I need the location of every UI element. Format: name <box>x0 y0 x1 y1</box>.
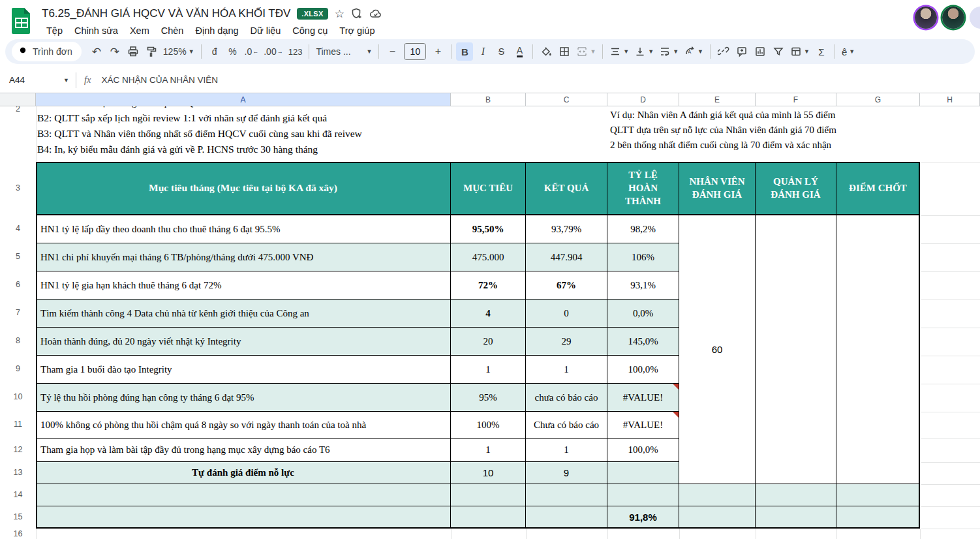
cell-B5[interactable]: 475.000 <box>451 243 526 271</box>
cell-A8[interactable]: Hoàn thành đúng, đủ 20 ngày viết nhật ký… <box>36 328 451 356</box>
font-size-input[interactable]: 10 <box>404 43 426 60</box>
header-cell-F3[interactable]: QUẢN LÝ ĐÁNH GIÁ <box>756 162 836 215</box>
column-header-C[interactable]: C <box>526 93 607 106</box>
cell-B13[interactable]: 10 <box>451 462 526 484</box>
number-format-button[interactable]: 123 <box>286 42 305 61</box>
document-title[interactable]: T6.25_ĐÁNH GIÁ HQCV VÀ VĂN HÓA KHỐI TĐV <box>42 7 290 20</box>
cell-C9[interactable]: 1 <box>526 356 607 384</box>
cell-A14[interactable] <box>36 484 451 506</box>
avatar[interactable] <box>942 7 964 29</box>
cell-A6[interactable]: HN1 tỷ lệ gia hạn khách thuê tháng 6 đạt… <box>36 271 451 300</box>
cell-A12[interactable]: Tham gia họp và làm bài tập đầy đủ trong… <box>36 439 451 462</box>
redo-button[interactable]: ↷ <box>106 42 123 61</box>
cell-A13[interactable]: Tự đánh giá điểm nỗ lực <box>36 462 451 484</box>
undo-button[interactable]: ↶ <box>88 42 105 61</box>
header-cell-C3[interactable]: KẾT QUẢ <box>526 162 607 215</box>
create-filter-button[interactable] <box>770 42 787 61</box>
cell-C4[interactable]: 93,79% <box>526 215 607 243</box>
cell-C7[interactable]: 0 <box>526 300 607 328</box>
menu-item-chèn[interactable]: Chèn <box>157 24 189 37</box>
cell-C15[interactable] <box>526 506 607 529</box>
menu-item-xem[interactable]: Xem <box>125 24 154 37</box>
horizontal-align-button[interactable]: ▼ <box>607 42 631 61</box>
text-color-button[interactable]: A <box>511 42 528 61</box>
cell-E15[interactable] <box>679 506 756 529</box>
row-number-6[interactable]: 6 <box>0 280 36 289</box>
row-number-14[interactable]: 14 <box>0 490 36 499</box>
row-number-16[interactable]: 16 <box>0 529 36 538</box>
menus-search-button[interactable]: Trình đơn <box>12 42 82 61</box>
merged-cell-E4-E13[interactable]: 60 <box>679 215 756 484</box>
cell-D11[interactable]: #VALUE! <box>607 412 679 439</box>
row-number-15[interactable]: 15 <box>0 512 36 521</box>
cell-F15[interactable] <box>756 506 836 529</box>
cell-D12[interactable]: 100,0% <box>607 439 679 462</box>
cell-C12[interactable]: 1 <box>526 439 607 462</box>
cell-B15[interactable] <box>451 506 526 529</box>
menu-item-chỉnh-sửa[interactable]: Chỉnh sửa <box>70 24 123 37</box>
cell-D10[interactable]: #VALUE! <box>607 384 679 412</box>
percent-format-button[interactable]: % <box>224 42 241 61</box>
cell-A11[interactable]: 100% không có phòng thu hồi chậm quá 8 n… <box>36 412 451 439</box>
zoom-select[interactable]: 125%▼ <box>161 42 196 61</box>
menu-item-định-dạng[interactable]: Định dạng <box>191 24 243 37</box>
cell-B9[interactable]: 1 <box>451 356 526 384</box>
font-select[interactable]: Times ...▼ <box>314 42 374 61</box>
header-cell-E3[interactable]: NHÂN VIÊN ĐÁNH GIÁ <box>679 162 756 215</box>
cell-A4[interactable]: HN1 tỷ lệ lấp đầy theo doanh thu cho thu… <box>36 215 451 243</box>
fill-color-button[interactable] <box>538 42 555 61</box>
cell-C13[interactable]: 9 <box>526 462 607 484</box>
cell-A10[interactable]: Tỷ lệ thu hồi phòng đúng hạn công ty thá… <box>36 384 451 412</box>
menu-item-tệp[interactable]: Tệp <box>42 24 67 37</box>
cell-D7[interactable]: 0,0% <box>607 300 679 328</box>
sheets-logo-icon[interactable] <box>10 7 33 35</box>
cell-B12[interactable]: 1 <box>451 439 526 462</box>
cell-G14[interactable] <box>836 484 920 506</box>
menu-item-công-cụ[interactable]: Công cụ <box>288 24 332 37</box>
avatar[interactable] <box>970 7 980 29</box>
column-header-B[interactable]: B <box>451 93 526 106</box>
cell-D5[interactable]: 106% <box>607 243 679 271</box>
row-number-11[interactable]: 11 <box>0 420 36 429</box>
cell-D14[interactable] <box>607 484 679 506</box>
avatar[interactable] <box>915 7 937 29</box>
cell-C5[interactable]: 447.904 <box>526 243 607 271</box>
header-cell-B3[interactable]: MỤC TIÊU <box>451 162 526 215</box>
font-size-decrease-button[interactable]: − <box>384 42 401 61</box>
input-tools-button[interactable]: ê▼ <box>840 42 857 61</box>
merged-cell-F4-F13[interactable] <box>756 215 836 484</box>
cell-G15[interactable] <box>836 506 920 529</box>
row-number-8[interactable]: 8 <box>0 336 36 345</box>
cell-B6[interactable]: 72% <box>451 271 526 300</box>
cell-C11[interactable]: Chưa có báo cáo <box>526 412 607 439</box>
column-header-D[interactable]: D <box>607 93 679 106</box>
table-views-button[interactable]: ▼ <box>788 42 812 61</box>
cell-B14[interactable] <box>451 484 526 506</box>
row-number-5[interactable]: 5 <box>0 252 36 261</box>
print-button[interactable] <box>125 42 142 61</box>
cell-D15[interactable]: 91,8% <box>607 506 679 529</box>
cell-F14[interactable] <box>756 484 836 506</box>
cell-D6[interactable]: 93,1% <box>607 271 679 300</box>
row-number-9[interactable]: 9 <box>0 364 36 373</box>
paint-format-button[interactable] <box>143 42 160 61</box>
strikethrough-button[interactable]: S <box>493 42 510 61</box>
increase-decimal-button[interactable]: .00→ <box>262 42 284 61</box>
cell-E14[interactable] <box>679 484 756 506</box>
cell-D2-notes[interactable]: Ví dụ: Nhân viên A đánh giá kết quả của … <box>610 108 836 153</box>
cell-A7[interactable]: Tìm kiếm thành công 4 Data chủ nhà từ kê… <box>36 300 451 328</box>
row-number-13[interactable]: 13 <box>0 468 36 477</box>
functions-button[interactable]: Σ <box>813 42 830 61</box>
cell-D9[interactable]: 100,0% <box>607 356 679 384</box>
cell-B4[interactable]: 95,50% <box>451 215 526 243</box>
decrease-decimal-button[interactable]: .0← <box>243 42 261 61</box>
insert-link-button[interactable] <box>715 42 732 61</box>
currency-format-button[interactable]: đ <box>206 42 223 61</box>
row-number-4[interactable]: 4 <box>0 224 36 233</box>
cell-D13[interactable] <box>607 462 679 484</box>
insert-comment-button[interactable] <box>733 42 750 61</box>
name-box[interactable]: A44 ▼ <box>9 75 69 85</box>
bold-button[interactable]: B <box>456 42 473 61</box>
insert-chart-button[interactable] <box>752 42 769 61</box>
column-header-H[interactable]: H <box>920 93 980 106</box>
